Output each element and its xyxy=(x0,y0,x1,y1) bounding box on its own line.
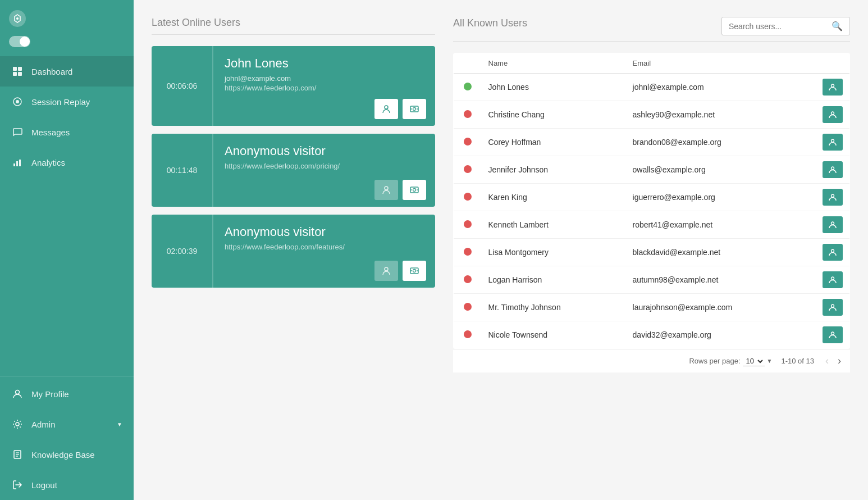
sidebar-item-dashboard[interactable]: Dashboard xyxy=(0,56,134,87)
table-header-row: Name Email xyxy=(454,53,850,74)
sidebar-item-label: Analytics xyxy=(31,158,65,167)
users-table: Name Email John Lones johnl@example.com xyxy=(453,53,850,349)
all-users-section: All Known Users 🔍 Name Email xyxy=(453,17,850,372)
svg-point-23 xyxy=(413,189,416,192)
view-user-button[interactable] xyxy=(823,161,843,178)
sidebar-nav: Dashboard Session Replay Messages xyxy=(0,56,134,376)
name-cell: Nicole Townsend xyxy=(482,321,626,349)
svg-point-0 xyxy=(16,17,19,20)
table-footer: Rows per page: 10 25 50 ▼ 1-10 of 13 ‹ › xyxy=(453,349,850,372)
user-card-0: 00:06:06 John Lones johnl@example.com ht… xyxy=(152,46,435,126)
svg-point-18 xyxy=(413,108,416,111)
svg-point-21 xyxy=(385,187,388,190)
action-cell xyxy=(816,321,850,349)
sidebar-item-logout[interactable]: Logout xyxy=(0,470,134,500)
view-user-button[interactable] xyxy=(823,79,843,96)
rows-per-page: Rows per page: 10 25 50 ▼ xyxy=(689,356,772,366)
view-user-button[interactable] xyxy=(823,189,843,206)
status-dot xyxy=(464,110,472,118)
sidebar-item-my-profile[interactable]: My Profile xyxy=(0,379,134,409)
name-cell: Jennifer Johnson xyxy=(482,156,626,184)
status-cell xyxy=(454,211,482,239)
latest-users-title: Latest Online Users xyxy=(152,17,435,29)
svg-point-34 xyxy=(832,167,834,170)
svg-point-38 xyxy=(832,277,834,280)
svg-point-26 xyxy=(385,267,388,271)
name-cell: Lisa Montgomery xyxy=(482,239,626,266)
svg-rect-1 xyxy=(13,67,17,71)
table-row: Lisa Montgomery blackdavid@example.net xyxy=(454,239,850,266)
name-cell: Mr. Timothy Johnson xyxy=(482,294,626,321)
status-dot xyxy=(464,138,472,146)
all-users-divider xyxy=(453,41,850,42)
email-cell: blackdavid@example.net xyxy=(626,239,816,266)
view-user-button[interactable] xyxy=(823,134,843,151)
user-card-time-0: 00:06:06 xyxy=(152,46,213,126)
user-card-body-0: John Lones johnl@example.com https://www… xyxy=(213,46,435,126)
view-user-button[interactable] xyxy=(823,271,843,288)
content-columns: Latest Online Users 00:06:06 John Lones … xyxy=(152,17,850,372)
sidebar-item-label: Session Replay xyxy=(31,97,90,107)
user-card-name-2: Anonymous visitor xyxy=(225,225,426,239)
user-profile-button-0[interactable] xyxy=(374,99,398,119)
table-row: Corey Hoffman brandon08@example.org xyxy=(454,129,850,156)
knowledge-base-icon xyxy=(11,448,24,461)
user-profile-button-2[interactable] xyxy=(374,261,398,281)
section-divider xyxy=(152,34,435,35)
user-session-button-0[interactable] xyxy=(403,99,426,119)
view-user-button[interactable] xyxy=(823,216,843,233)
action-cell xyxy=(816,184,850,211)
toggle-area xyxy=(0,31,134,56)
col-email: Email xyxy=(626,53,816,74)
name-cell: Logan Harrison xyxy=(482,266,626,294)
sidebar-item-messages[interactable]: Messages xyxy=(0,117,134,147)
search-box: 🔍 xyxy=(721,17,850,35)
view-user-button[interactable] xyxy=(823,299,843,316)
col-status xyxy=(454,53,482,74)
user-profile-button-1[interactable] xyxy=(374,180,398,200)
email-cell: brandon08@example.org xyxy=(626,129,816,156)
status-dot xyxy=(464,193,472,201)
sidebar-item-label: Dashboard xyxy=(31,67,72,76)
status-cell xyxy=(454,266,482,294)
table-row: John Lones johnl@example.com xyxy=(454,74,850,101)
prev-page-button[interactable]: ‹ xyxy=(823,355,831,367)
view-user-button[interactable] xyxy=(823,106,843,123)
email-cell: laurajohnson@example.com xyxy=(626,294,816,321)
user-card-email-0: johnl@example.com xyxy=(225,74,426,83)
table-row: Mr. Timothy Johnson laurajohnson@example… xyxy=(454,294,850,321)
svg-rect-9 xyxy=(19,160,21,166)
next-page-button[interactable]: › xyxy=(835,355,843,367)
sidebar-item-knowledge-base[interactable]: Knowledge Base xyxy=(0,439,134,470)
my-profile-icon xyxy=(11,388,24,400)
svg-point-33 xyxy=(832,139,834,142)
user-card-name-0: John Lones xyxy=(225,56,426,71)
toggle-switch[interactable] xyxy=(9,36,30,47)
sidebar-item-session-replay[interactable]: Session Replay xyxy=(0,87,134,117)
svg-rect-2 xyxy=(18,67,22,71)
search-input[interactable] xyxy=(729,22,827,31)
sidebar-item-admin[interactable]: Admin ▼ xyxy=(0,409,134,439)
view-user-button[interactable] xyxy=(823,326,843,343)
table-row: Logan Harrison autumn98@example.net xyxy=(454,266,850,294)
svg-point-37 xyxy=(832,249,834,252)
table-row: Karen King iguerrero@example.org xyxy=(454,184,850,211)
status-cell xyxy=(454,184,482,211)
email-cell: autumn98@example.net xyxy=(626,266,816,294)
svg-point-10 xyxy=(16,390,20,394)
view-user-button[interactable] xyxy=(823,244,843,261)
svg-rect-3 xyxy=(13,72,17,76)
email-cell: iguerrero@example.org xyxy=(626,184,816,211)
user-session-button-1[interactable] xyxy=(403,180,426,200)
sidebar-item-label: Admin xyxy=(31,420,56,429)
email-cell: david32@example.org xyxy=(626,321,816,349)
user-session-button-2[interactable] xyxy=(403,261,426,281)
status-cell xyxy=(454,156,482,184)
name-cell: Corey Hoffman xyxy=(482,129,626,156)
svg-point-32 xyxy=(832,112,834,115)
rows-per-page-select[interactable]: 10 25 50 xyxy=(743,356,765,366)
email-cell: ashley90@example.net xyxy=(626,101,816,129)
latest-users-section: Latest Online Users 00:06:06 John Lones … xyxy=(152,17,435,372)
sidebar-item-analytics[interactable]: Analytics xyxy=(0,147,134,178)
name-cell: Christine Chang xyxy=(482,101,626,129)
